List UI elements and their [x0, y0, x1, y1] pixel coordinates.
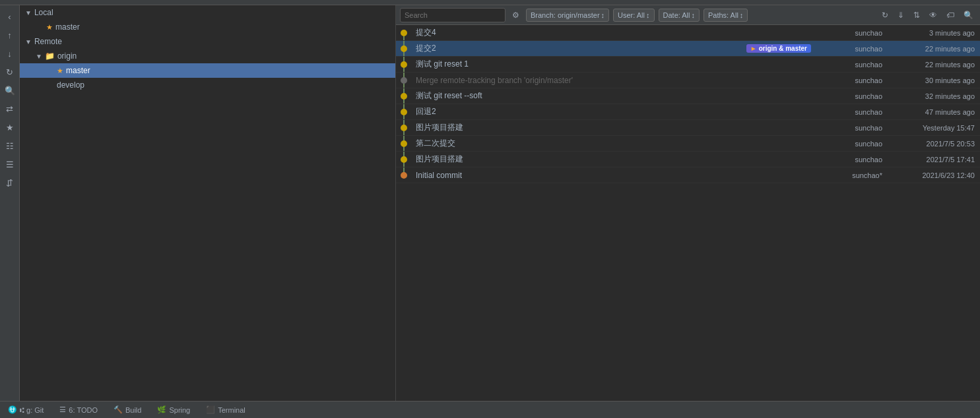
remote-develop-item[interactable]: develop	[20, 78, 395, 92]
commit-toolbar: ⚙ Branch: origin/master ↕ User: All ↕ Da…	[396, 5, 980, 25]
commit-row[interactable]: 测试 git reset 1sunchao22 minutes ago	[396, 57, 980, 73]
local-label: Local	[34, 8, 53, 17]
commit-message: Merge remote-tracking branch 'origin/mas…	[412, 76, 811, 85]
list-icon[interactable]: ☰	[1, 156, 18, 173]
commit-date: 2021/6/23 12:40	[882, 171, 975, 179]
date-filter[interactable]: Date: All ↕	[659, 9, 700, 22]
refresh-commits-icon[interactable]: ↻	[879, 9, 891, 21]
commit-author: sunchao	[816, 140, 882, 148]
commit-message: 测试 git reset --soft	[412, 90, 811, 102]
commit-row[interactable]: 图片项目搭建sunchao2021/7/5 17:41	[396, 152, 980, 167]
commit-date: 2021/7/5 17:41	[882, 156, 975, 164]
origin-group[interactable]: ▼ 📁 origin	[20, 49, 395, 63]
commit-message: 提交4	[412, 27, 811, 38]
build-label: Build	[125, 406, 141, 414]
commit-dot	[401, 109, 407, 115]
local-master-item[interactable]: ★ master	[20, 20, 395, 34]
terminal-icon: ⬛	[206, 405, 215, 414]
commit-dot	[401, 125, 407, 131]
commit-author: sunchao	[816, 156, 882, 164]
settings-icon[interactable]: ⚙	[509, 9, 522, 21]
refresh-icon[interactable]: ↻	[1, 63, 18, 80]
build-icon: 🔨	[114, 405, 123, 414]
tag-arrow-icon: ►	[750, 45, 757, 52]
fetch-icon[interactable]: ⇓	[895, 9, 907, 21]
git-icon: ⛎	[8, 405, 17, 414]
commit-date: 2021/7/5 20:53	[882, 140, 975, 148]
bottom-bar: ⛎ ⑆ g: Git ☰ 6: TODO 🔨 Build 🌿 Spring ⬛ …	[0, 401, 980, 418]
spring-tab[interactable]: 🌿 Spring	[154, 404, 193, 415]
commit-message: 提交2	[412, 43, 746, 54]
tag-badge: ►origin & master	[746, 44, 811, 53]
tag-icon[interactable]: 🏷	[944, 9, 957, 21]
star-icon[interactable]: ★	[1, 119, 18, 136]
commit-dot	[401, 93, 407, 100]
commit-panel: ⚙ Branch: origin/master ↕ User: All ↕ Da…	[396, 5, 980, 401]
commit-row[interactable]: 提交2►origin & mastersunchao22 minutes ago	[396, 41, 980, 57]
sync-icon[interactable]: ⇄	[1, 100, 18, 117]
branch-filter-arrow: ↕	[601, 11, 605, 19]
remote-label: Remote	[34, 37, 62, 46]
git-tab[interactable]: ⛎ ⑆ g: Git	[5, 404, 46, 415]
search-icon[interactable]: 🔍	[1, 82, 18, 99]
left-icon-rail: ‹ ↑ ↓ ↻ 🔍 ⇄ ★ ☷ ☰ ⇵	[0, 5, 20, 401]
remote-develop-label: develop	[57, 80, 84, 90]
down-arrow-icon[interactable]: ↓	[1, 45, 18, 62]
commit-search-input[interactable]	[400, 8, 506, 22]
terminal-tab[interactable]: ⬛ Terminal	[203, 404, 248, 415]
date-filter-arrow: ↕	[691, 11, 695, 19]
remote-master-star: ★	[57, 67, 63, 75]
commit-author: sunchao	[816, 29, 882, 37]
eye-icon[interactable]: 👁	[927, 9, 940, 21]
commit-message: Initial commit	[412, 171, 811, 180]
origin-triangle: ▼	[36, 53, 42, 60]
up-arrow-icon[interactable]: ↑	[1, 26, 18, 44]
commit-graph-col	[396, 73, 412, 88]
local-master-star: ★	[46, 23, 53, 32]
commit-graph-col	[396, 41, 412, 56]
commit-dot	[401, 77, 407, 84]
spring-label: Spring	[169, 406, 190, 414]
spring-icon: 🌿	[157, 405, 166, 414]
commit-dot	[401, 156, 407, 163]
push-pull-icon[interactable]: ⇅	[911, 9, 923, 21]
commit-message: 图片项目搭建	[412, 154, 811, 165]
commit-graph-col	[396, 25, 412, 40]
sort-icon[interactable]: ⇵	[1, 174, 18, 191]
commit-dot	[401, 45, 407, 52]
commit-author: sunchao	[816, 61, 882, 69]
commit-graph-col	[396, 88, 412, 104]
remote-master-item[interactable]: ★ master	[20, 63, 395, 78]
right-search-icon[interactable]: 🔍	[961, 9, 976, 21]
user-filter[interactable]: User: All ↕	[613, 9, 654, 22]
commit-row[interactable]: Initial commitsunchao*2021/6/23 12:40	[396, 167, 980, 183]
commit-row[interactable]: 提交4sunchao3 minutes ago	[396, 25, 980, 41]
local-triangle: ▼	[25, 9, 32, 16]
commit-row[interactable]: 回退2sunchao47 minutes ago	[396, 104, 980, 120]
back-icon[interactable]: ‹	[1, 8, 18, 25]
commit-row[interactable]: Merge remote-tracking branch 'origin/mas…	[396, 73, 980, 88]
commit-row[interactable]: 第二次提交sunchao2021/7/5 20:53	[396, 136, 980, 152]
commit-graph-col	[396, 167, 412, 183]
commit-graph-col	[396, 57, 412, 72]
commit-row[interactable]: 图片项目搭建sunchaoYesterday 15:47	[396, 120, 980, 136]
layers-icon[interactable]: ☷	[1, 137, 18, 154]
commit-dot	[401, 140, 407, 147]
branch-panel: ▼ Local ★ master ▼ Remote ▼ 📁 origin ★ m…	[20, 5, 396, 401]
branch-filter[interactable]: Branch: origin/master ↕	[526, 9, 609, 22]
commit-message: 图片项目搭建	[412, 122, 811, 133]
commit-list: 提交4sunchao3 minutes ago提交2►origin & mast…	[396, 25, 980, 401]
local-group[interactable]: ▼ Local	[20, 5, 395, 20]
todo-label: 6: TODO	[69, 406, 98, 414]
commit-date: 32 minutes ago	[882, 92, 975, 100]
paths-filter[interactable]: Paths: All ↕	[703, 9, 748, 22]
commit-date: Yesterday 15:47	[882, 124, 975, 132]
commit-dot	[401, 30, 407, 36]
build-tab[interactable]: 🔨 Build	[111, 404, 144, 415]
commit-graph-col	[396, 136, 412, 151]
commit-row[interactable]: 测试 git reset --softsunchao32 minutes ago	[396, 88, 980, 104]
commit-message: 回退2	[412, 106, 811, 117]
todo-tab[interactable]: ☰ 6: TODO	[57, 404, 100, 415]
remote-group[interactable]: ▼ Remote	[20, 34, 395, 49]
commit-author: sunchao	[816, 92, 882, 100]
